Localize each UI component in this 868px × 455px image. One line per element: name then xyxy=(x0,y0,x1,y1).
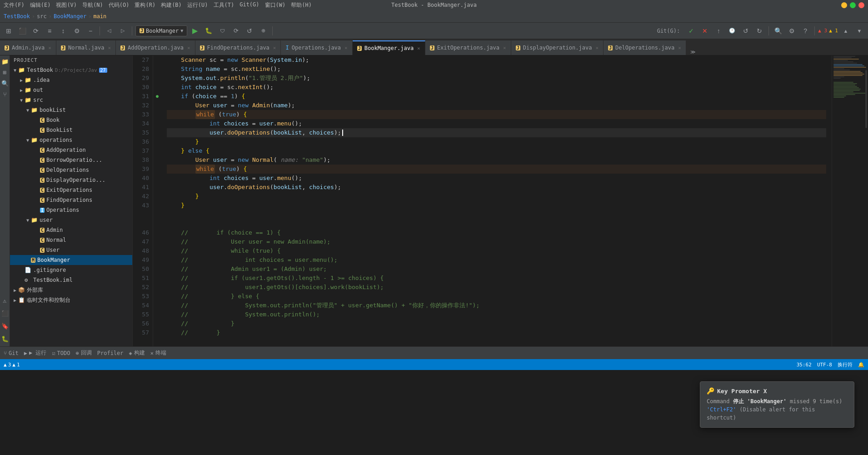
breadcrumb-file[interactable]: BookManger xyxy=(54,13,86,20)
terminal-tool[interactable]: ✕ 终端 xyxy=(150,349,166,357)
menu-help[interactable]: 帮助(H) xyxy=(291,1,312,9)
build-tool[interactable]: ◈ 构建 xyxy=(129,349,145,357)
toolbar-redo2[interactable]: ↻ xyxy=(753,25,765,37)
activity-structure[interactable]: ⊞ xyxy=(1,68,9,76)
status-errors[interactable]: ▲ 3 ▲ 1 xyxy=(4,362,20,368)
search-everywhere[interactable]: 🔍 xyxy=(772,25,784,37)
tree-booklist-cls[interactable]: C BookList xyxy=(10,125,132,135)
profiler-tool[interactable]: Profiler xyxy=(97,350,124,356)
minimize-button[interactable] xyxy=(841,2,847,8)
code-editor[interactable]: 27 28 29 30 31 32 33 34 35 36 37 38 39 4… xyxy=(133,55,868,346)
git-check[interactable]: ✓ xyxy=(685,25,697,37)
project-structure-button[interactable]: ⊞ xyxy=(3,25,15,37)
tree-booklist-folder[interactable]: ▼ 📁 bookList xyxy=(10,105,132,115)
settings-button[interactable]: ⚙ xyxy=(71,25,83,37)
tree-delop[interactable]: C DelOperations xyxy=(10,165,132,175)
toolbar-btn4[interactable]: ≡ xyxy=(44,25,55,37)
toolbar-minus[interactable]: − xyxy=(85,25,96,37)
help-button[interactable]: ? xyxy=(799,25,811,37)
menu-refactor[interactable]: 重构(R) xyxy=(135,1,155,9)
tree-admin[interactable]: C Admin xyxy=(10,225,132,235)
menu-file[interactable]: 文件(F) xyxy=(4,1,25,9)
breadcrumb-project[interactable]: TestBook xyxy=(4,13,30,20)
status-notifications[interactable]: 🔔 xyxy=(858,362,864,368)
toolbar-btn3[interactable]: ⟳ xyxy=(30,25,42,37)
run-button[interactable]: ▶ xyxy=(189,25,201,37)
tree-findop[interactable]: C FindOperations xyxy=(10,195,132,205)
tree-book[interactable]: C Book xyxy=(10,115,132,125)
shortcut-link[interactable]: 'Ctrl+F2' xyxy=(707,406,736,413)
git-branch-tool[interactable]: ⑂ Git xyxy=(4,350,19,356)
history-button[interactable]: 🕐 xyxy=(726,25,738,37)
menu-code[interactable]: 代码(O) xyxy=(109,1,130,9)
breadcrumb-method[interactable]: main xyxy=(93,13,106,20)
expand-errors[interactable]: ▲ xyxy=(840,25,852,37)
tree-out[interactable]: ▶ 📁 out xyxy=(10,85,132,95)
activity-search[interactable]: 🔍 xyxy=(1,79,9,87)
status-encoding[interactable]: UTF-8 xyxy=(817,362,832,368)
todo-tool[interactable]: ☑ TODO xyxy=(52,350,70,356)
run-tool[interactable]: ▶ ▶ 运行 xyxy=(24,349,47,357)
activity-terminal[interactable]: ⬛ xyxy=(1,309,9,317)
debug-button[interactable]: 🐛 xyxy=(203,25,215,37)
tab-delop[interactable]: J DelOperations.java × xyxy=(604,40,686,55)
tab-findop[interactable]: J FindOperations.java × xyxy=(195,40,281,55)
menu-nav[interactable]: 导航(N) xyxy=(82,1,103,9)
tree-addop[interactable]: C AddOperation xyxy=(10,145,132,155)
git-up[interactable]: ↑ xyxy=(713,25,724,37)
coverage-button[interactable]: 🛡 xyxy=(216,25,228,37)
activity-bookmarks[interactable]: 🔖 xyxy=(1,322,9,330)
tree-external-libs[interactable]: ▶ 📦 外部库 xyxy=(10,285,132,295)
menu-git[interactable]: Git(G) xyxy=(239,1,259,9)
tree-gitignore[interactable]: 📄 .gitignore xyxy=(10,265,132,275)
tree-bookman[interactable]: M BookManger xyxy=(10,255,132,265)
tree-operations-folder[interactable]: ▼ 📁 operations xyxy=(10,135,132,145)
toolbar-btn-c3[interactable]: ⊕ xyxy=(257,25,269,37)
settings-main[interactable]: ⚙ xyxy=(786,25,798,37)
tree-testiml[interactable]: ⚙ TestBook.iml xyxy=(10,275,132,285)
git-cross[interactable]: ✕ xyxy=(699,25,711,37)
tree-src[interactable]: ▼ 📁 src xyxy=(10,95,132,105)
tree-user-cls[interactable]: C User xyxy=(10,245,132,255)
toolbar-btn5[interactable]: ↕ xyxy=(57,25,69,37)
problems-tool[interactable]: ⊕ 回调 xyxy=(76,349,92,357)
close-button[interactable] xyxy=(858,2,864,8)
breadcrumb-src[interactable]: src xyxy=(37,13,47,20)
tree-idea[interactable]: ▶ 📁 .idea xyxy=(10,75,132,85)
toolbar-redo[interactable]: ▷ xyxy=(117,25,129,37)
more-tabs[interactable]: ≫ xyxy=(686,49,700,55)
tab-displayop[interactable]: J DisplayOperation.java × xyxy=(511,40,604,55)
menu-edit[interactable]: 编辑(E) xyxy=(30,1,51,9)
tab-admin[interactable]: J Admin.java × xyxy=(0,40,56,55)
tree-scratch[interactable]: ▶ 📋 临时文件和控制台 xyxy=(10,295,132,305)
menu-tools[interactable]: 工具(T) xyxy=(214,1,234,9)
toolbar-undo[interactable]: ◁ xyxy=(103,25,115,37)
menu-build[interactable]: 构建(B) xyxy=(161,1,182,9)
activity-debug[interactable]: 🐛 xyxy=(1,335,9,343)
activity-vcs[interactable]: ⑂ xyxy=(1,90,9,98)
collapse-errors[interactable]: ▼ xyxy=(853,25,865,37)
toolbar-btn-c1[interactable]: ⟳ xyxy=(230,25,242,37)
tree-operations-iface[interactable]: I Operations xyxy=(10,205,132,215)
tree-displayop[interactable]: C DisplayOperatio... xyxy=(10,175,132,185)
tab-addop[interactable]: J AddOperation.java × xyxy=(116,40,195,55)
toolbar-btn-c2[interactable]: ↺ xyxy=(244,25,255,37)
status-日本語[interactable]: 换行符 xyxy=(838,361,853,368)
tree-borrowop[interactable]: C BorrowOperatio... xyxy=(10,155,132,165)
activity-problems[interactable]: ⚠ xyxy=(1,296,9,305)
tab-normal[interactable]: J Normal.java × xyxy=(56,40,116,55)
status-line-col[interactable]: 35:62 xyxy=(797,362,812,368)
menu-view[interactable]: 视图(V) xyxy=(56,1,77,9)
toolbar-btn2[interactable]: ⬛ xyxy=(16,25,28,37)
tree-testbook[interactable]: ▼ 📁 TestBook D:/Project/Jav 27 xyxy=(10,65,132,75)
tree-exitop[interactable]: C ExitOperations xyxy=(10,185,132,195)
menu-run[interactable]: 运行(U) xyxy=(187,1,208,9)
menu-window[interactable]: 窗口(W) xyxy=(265,1,286,9)
activity-project[interactable]: 📁 xyxy=(1,57,9,65)
run-config-selector[interactable]: J BookManger ▼ xyxy=(135,25,187,36)
maximize-button[interactable] xyxy=(850,2,856,8)
toolbar-undo2[interactable]: ↺ xyxy=(740,25,752,37)
tab-bookman[interactable]: J BookManger.java × xyxy=(353,40,425,55)
tab-operations[interactable]: I Operations.java × xyxy=(281,40,352,55)
tree-normal[interactable]: C Normal xyxy=(10,235,132,245)
